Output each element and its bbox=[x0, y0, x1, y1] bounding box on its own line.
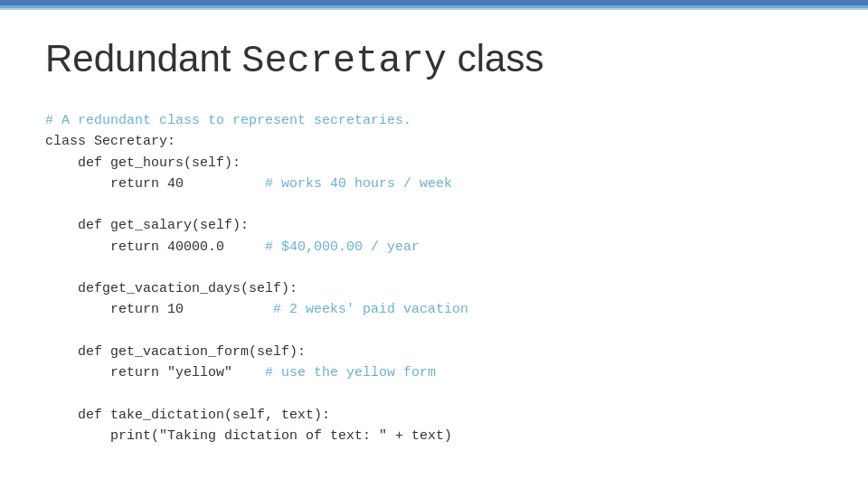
code-line-7: return 40000.0 # $40,000.00 / year bbox=[45, 237, 823, 258]
code-line-10: return 10 # 2 weeks' paid vacation bbox=[45, 299, 823, 320]
title-suffix: class bbox=[447, 37, 543, 80]
code-line-12: def get_vacation_form(self): bbox=[45, 342, 823, 362]
code-line-4: return 40 # works 40 hours / week bbox=[45, 174, 823, 194]
code-block: # A redundant class to represent secreta… bbox=[45, 110, 823, 446]
code-line-6: def get_salary(self): bbox=[45, 215, 823, 236]
code-line-5 bbox=[45, 194, 823, 215]
title-prefix: Redundant bbox=[45, 37, 241, 80]
code-line-11 bbox=[45, 321, 823, 342]
page-title: Redundant Secretary class bbox=[45, 37, 823, 83]
title-code: Secretary bbox=[241, 40, 447, 83]
code-line-13: return "yellow" # use the yellow form bbox=[45, 362, 823, 383]
code-line-3: def get_hours(self): bbox=[45, 153, 823, 174]
code-line-16: print("Taking dictation of text: " + tex… bbox=[45, 426, 823, 446]
code-line-9: defget_vacation_days(self): bbox=[45, 278, 823, 299]
code-line-1: # A redundant class to represent secreta… bbox=[45, 110, 823, 131]
main-content: Redundant Secretary class # A redundant … bbox=[0, 10, 868, 474]
code-line-15: def take_dictation(self, text): bbox=[45, 405, 823, 426]
code-line-14 bbox=[45, 383, 823, 404]
code-line-8 bbox=[45, 258, 823, 278]
code-line-2: class Secretary: bbox=[45, 131, 823, 152]
